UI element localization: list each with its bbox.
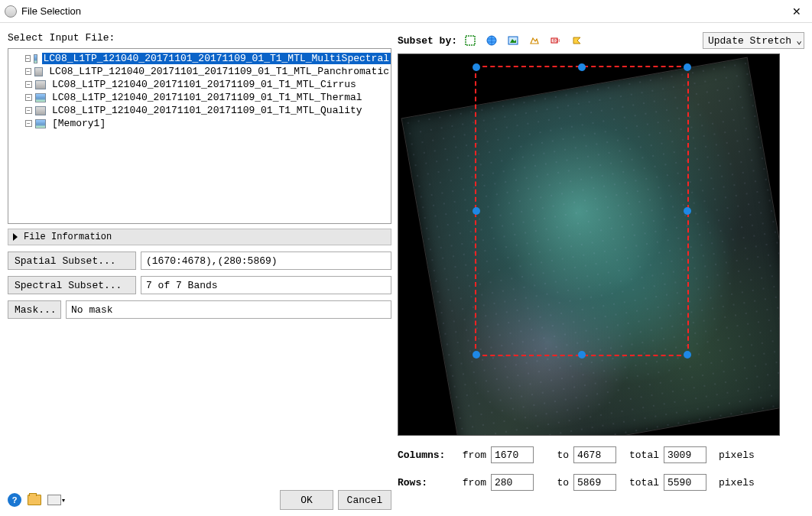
tree-toggle-icon[interactable]: − [25,81,32,88]
subset-roi-tool-icon[interactable]: ROI [547,33,564,48]
chevron-down-icon: ▾ [62,497,65,504]
tree-toggle-icon[interactable]: − [25,68,31,75]
mask-button[interactable]: Mask... [8,300,61,319]
pixels-label: pixels [719,477,755,488]
columns-to-input[interactable] [573,446,616,463]
preview-image-area[interactable] [398,54,780,436]
subset-map-tool-icon[interactable] [483,33,500,48]
spectral-subset-button[interactable]: Spectral Subset... [8,276,136,294]
svg-text:ROI: ROI [553,38,560,43]
file-list-item[interactable]: −LC08_L1TP_121040_20171101_20171109_01_T… [8,91,391,104]
subset-file-tool-icon[interactable] [505,33,521,48]
file-icon [35,119,46,128]
total-label: total [621,477,659,488]
app-icon [5,5,17,18]
spectral-subset-value: 7 of 7 Bands [141,276,391,294]
subset-geo-tool-icon[interactable] [526,33,543,48]
expand-arrow-icon [13,233,18,241]
tree-toggle-icon[interactable]: − [25,55,31,62]
columns-total-input[interactable] [664,446,706,463]
svg-marker-7 [573,37,580,44]
rows-from-input[interactable] [491,474,534,491]
file-icon [35,93,46,102]
update-stretch-dropdown[interactable]: Update Stretch ⌄ [703,32,804,49]
pixels-label: pixels [719,449,755,461]
roi-handle-tm[interactable] [578,63,586,71]
subset-image-tool-icon[interactable] [462,33,479,48]
file-icon [35,80,46,89]
mask-value: No mask [66,300,391,319]
rows-label: Rows: [398,477,451,488]
save-dropdown-button[interactable]: ▾ [47,495,65,505]
file-list-item[interactable]: −LC08_L1TP_121040_20171101_20171109_01_T… [8,78,391,91]
file-name: [Memory1] [50,118,107,129]
columns-from-input[interactable] [491,446,534,463]
to-label: to [538,477,569,488]
file-icon [34,67,44,76]
titlebar: File Selection ✕ [0,0,812,23]
open-folder-icon[interactable] [28,495,41,505]
close-icon[interactable]: ✕ [786,5,807,18]
file-list-item[interactable]: −LC08_L1TP_121040_20171101_20171109_01_T… [8,52,391,65]
from-label: from [456,449,486,461]
tree-toggle-icon[interactable]: − [25,107,32,114]
tree-toggle-icon[interactable]: − [25,94,32,101]
rows-total-input[interactable] [664,474,706,491]
satellite-image [401,57,780,436]
select-input-label: Select Input File: [8,32,391,44]
subset-vector-tool-icon[interactable] [569,33,586,48]
subset-by-label: Subset by: [398,35,457,47]
to-label: to [538,449,569,461]
save-icon [47,495,61,505]
help-icon[interactable]: ? [8,493,21,507]
rows-to-input[interactable] [573,474,616,491]
svg-rect-1 [466,36,475,45]
file-list-item[interactable]: −LC08_L1TP_121040_20171101_20171109_01_T… [8,104,391,117]
file-name: LC08_L1TP_121040_20171101_20171109_01_T1… [50,92,364,103]
file-icon [34,54,37,63]
spatial-subset-value: (1670:4678),(280:5869) [141,252,391,270]
file-list[interactable]: −LC08_L1TP_121040_20171101_20171109_01_T… [8,48,391,224]
file-information-label: File Information [24,232,112,242]
tree-toggle-icon[interactable]: − [25,120,32,127]
file-name: LC08_L1TP_121040_20171101_20171109_01_T1… [47,66,391,77]
file-name: LC08_L1TP_121040_20171101_20171109_01_T1… [50,105,364,116]
update-stretch-label: Update Stretch [708,35,791,47]
file-name: LC08_L1TP_121040_20171101_20171109_01_T1… [50,79,358,90]
window-title: File Selection [21,5,81,17]
roi-handle-tl[interactable] [473,63,480,71]
file-list-item[interactable]: −[Memory1] [8,117,391,130]
cancel-button[interactable]: Cancel [338,490,391,510]
file-icon [35,106,46,115]
ok-button[interactable]: OK [280,490,333,510]
spatial-subset-button[interactable]: Spatial Subset... [8,252,136,270]
file-name: LC08_L1TP_121040_20171101_20171109_01_T1… [42,53,391,64]
total-label: total [621,449,659,461]
file-list-item[interactable]: −LC08_L1TP_121040_20171101_20171109_01_T… [8,65,391,78]
file-information-header[interactable]: File Information [8,229,391,245]
from-label: from [456,477,486,488]
chevron-down-icon: ⌄ [796,34,802,47]
columns-label: Columns: [398,449,451,461]
